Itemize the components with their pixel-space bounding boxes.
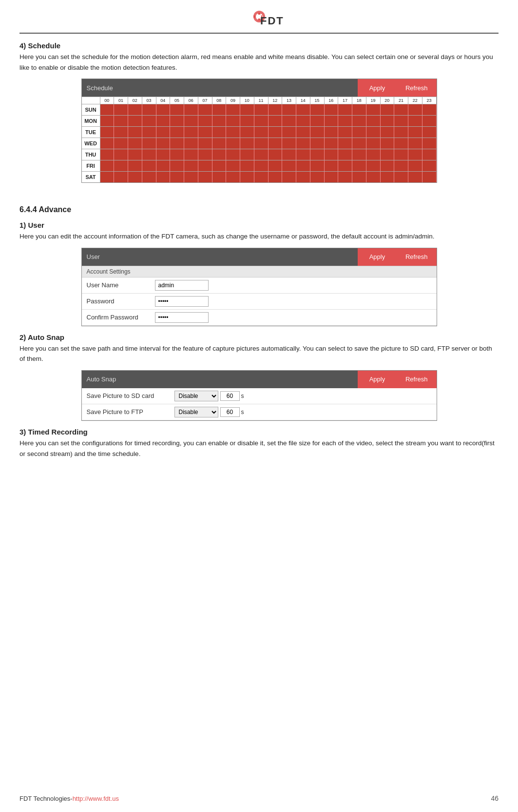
schedule-cell-thu-6[interactable] [184, 149, 198, 160]
schedule-cell-wed-1[interactable] [114, 138, 128, 149]
schedule-cell-fri-18[interactable] [352, 160, 366, 171]
schedule-cell-wed-16[interactable] [325, 138, 339, 149]
schedule-cell-tue-11[interactable] [254, 127, 269, 138]
schedule-cell-sun-23[interactable] [422, 104, 437, 115]
snap-select-0[interactable]: DisableEnable [174, 391, 218, 401]
schedule-cell-thu-22[interactable] [408, 149, 422, 160]
schedule-cell-tue-18[interactable] [352, 127, 366, 138]
schedule-cell-wed-3[interactable] [142, 138, 156, 149]
schedule-cell-thu-9[interactable] [226, 149, 240, 160]
schedule-cell-thu-15[interactable] [310, 149, 325, 160]
schedule-cell-fri-9[interactable] [226, 160, 240, 171]
schedule-cell-tue-7[interactable] [198, 127, 212, 138]
schedule-cell-mon-23[interactable] [422, 116, 437, 126]
schedule-cell-sat-9[interactable] [226, 172, 240, 182]
schedule-cell-thu-18[interactable] [352, 149, 366, 160]
schedule-cell-fri-0[interactable] [100, 160, 115, 171]
schedule-cell-sat-6[interactable] [184, 172, 198, 182]
schedule-cell-mon-13[interactable] [282, 116, 296, 126]
schedule-cell-fri-6[interactable] [184, 160, 198, 171]
schedule-cell-mon-20[interactable] [381, 116, 395, 126]
schedule-cell-tue-19[interactable] [366, 127, 381, 138]
schedule-cell-tue-1[interactable] [114, 127, 128, 138]
schedule-cell-sun-19[interactable] [366, 104, 381, 115]
user-field-input-1[interactable] [155, 296, 209, 307]
schedule-cell-sun-21[interactable] [394, 104, 408, 115]
schedule-cell-sat-16[interactable] [325, 172, 339, 182]
schedule-cell-sun-11[interactable] [254, 104, 269, 115]
schedule-cell-fri-10[interactable] [240, 160, 254, 171]
schedule-cell-fri-17[interactable] [338, 160, 352, 171]
schedule-cell-fri-11[interactable] [254, 160, 269, 171]
schedule-cell-mon-12[interactable] [269, 116, 283, 126]
schedule-cell-sat-11[interactable] [254, 172, 269, 182]
schedule-cell-sat-18[interactable] [352, 172, 366, 182]
schedule-cell-wed-0[interactable] [100, 138, 115, 149]
schedule-cell-wed-6[interactable] [184, 138, 198, 149]
schedule-cell-mon-11[interactable] [254, 116, 269, 126]
schedule-cell-sat-20[interactable] [381, 172, 395, 182]
schedule-cell-fri-4[interactable] [156, 160, 171, 171]
schedule-cell-sat-19[interactable] [366, 172, 381, 182]
schedule-cell-wed-21[interactable] [394, 138, 408, 149]
schedule-cell-fri-7[interactable] [198, 160, 212, 171]
schedule-cell-fri-15[interactable] [310, 160, 325, 171]
schedule-cell-thu-11[interactable] [254, 149, 269, 160]
schedule-cell-sun-18[interactable] [352, 104, 366, 115]
schedule-cell-mon-2[interactable] [128, 116, 142, 126]
schedule-cell-sat-5[interactable] [170, 172, 184, 182]
schedule-cell-tue-14[interactable] [296, 127, 310, 138]
schedule-cell-sun-12[interactable] [269, 104, 283, 115]
schedule-cell-thu-13[interactable] [282, 149, 296, 160]
schedule-cell-tue-17[interactable] [338, 127, 352, 138]
schedule-cell-wed-8[interactable] [212, 138, 227, 149]
schedule-cell-mon-0[interactable] [100, 116, 115, 126]
schedule-cell-tue-21[interactable] [394, 127, 408, 138]
schedule-cell-mon-8[interactable] [212, 116, 227, 126]
schedule-cell-thu-8[interactable] [212, 149, 227, 160]
schedule-cell-wed-4[interactable] [156, 138, 171, 149]
schedule-cell-sun-8[interactable] [212, 104, 227, 115]
schedule-cell-mon-18[interactable] [352, 116, 366, 126]
schedule-cell-wed-15[interactable] [310, 138, 325, 149]
schedule-cell-tue-12[interactable] [269, 127, 283, 138]
schedule-cell-wed-20[interactable] [381, 138, 395, 149]
schedule-cell-mon-14[interactable] [296, 116, 310, 126]
snap-num-input-1[interactable] [220, 407, 240, 417]
user-apply-button[interactable]: Apply [358, 248, 397, 266]
schedule-cell-thu-21[interactable] [394, 149, 408, 160]
schedule-cell-mon-22[interactable] [408, 116, 422, 126]
schedule-cell-thu-5[interactable] [170, 149, 184, 160]
schedule-cell-sat-12[interactable] [269, 172, 283, 182]
schedule-cells-sat[interactable] [100, 172, 437, 182]
schedule-cell-tue-9[interactable] [226, 127, 240, 138]
schedule-cell-mon-21[interactable] [394, 116, 408, 126]
schedule-cell-thu-16[interactable] [325, 149, 339, 160]
schedule-cell-mon-19[interactable] [366, 116, 381, 126]
schedule-cell-sat-3[interactable] [142, 172, 156, 182]
schedule-cell-wed-23[interactable] [422, 138, 437, 149]
schedule-cell-sat-15[interactable] [310, 172, 325, 182]
schedule-cell-tue-13[interactable] [282, 127, 296, 138]
schedule-cell-mon-7[interactable] [198, 116, 212, 126]
schedule-cell-sat-4[interactable] [156, 172, 171, 182]
schedule-cell-tue-5[interactable] [170, 127, 184, 138]
user-field-input-2[interactable] [155, 312, 209, 323]
schedule-cell-thu-1[interactable] [114, 149, 128, 160]
schedule-cell-fri-19[interactable] [366, 160, 381, 171]
schedule-cell-sat-14[interactable] [296, 172, 310, 182]
footer-link[interactable]: http://www.fdt.us [73, 795, 119, 802]
snap-num-input-0[interactable] [220, 391, 240, 401]
schedule-cell-wed-5[interactable] [170, 138, 184, 149]
schedule-cell-tue-4[interactable] [156, 127, 171, 138]
schedule-apply-button[interactable]: Apply [358, 79, 397, 97]
schedule-cell-sun-4[interactable] [156, 104, 171, 115]
schedule-cell-sat-17[interactable] [338, 172, 352, 182]
schedule-cell-wed-9[interactable] [226, 138, 240, 149]
schedule-cell-sun-7[interactable] [198, 104, 212, 115]
schedule-cell-sun-6[interactable] [184, 104, 198, 115]
schedule-cell-fri-12[interactable] [269, 160, 283, 171]
schedule-cell-wed-17[interactable] [338, 138, 352, 149]
schedule-cell-sat-22[interactable] [408, 172, 422, 182]
schedule-cell-thu-0[interactable] [100, 149, 115, 160]
